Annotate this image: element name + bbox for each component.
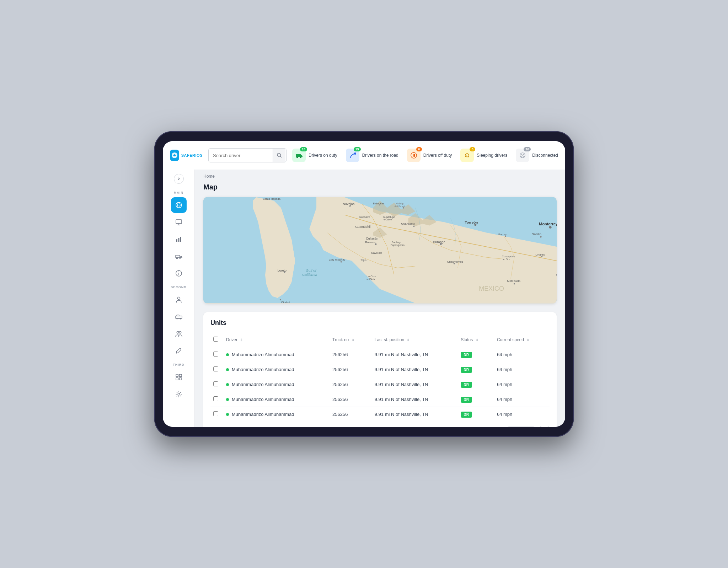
on-road-icon-container: 15 bbox=[346, 149, 359, 162]
sidebar-item-settings-tools[interactable] bbox=[171, 343, 187, 359]
pause-icon bbox=[410, 151, 418, 159]
van-icon bbox=[175, 313, 182, 320]
row-checkbox-3[interactable] bbox=[213, 396, 218, 401]
info-icon bbox=[175, 270, 182, 277]
driver-name-2: Muhammadrizo Alimuhammad bbox=[232, 382, 294, 387]
status-cell-1: DR bbox=[456, 362, 493, 377]
driver-cell-4: Muhammadrizo Alimuhammad bbox=[226, 412, 324, 417]
driver-name-0: Muhammadrizo Alimuhammad bbox=[232, 352, 294, 357]
svg-rect-15 bbox=[180, 237, 181, 242]
svg-rect-16 bbox=[176, 255, 180, 258]
status-pill-on-road[interactable]: 15 Drivers on the road bbox=[346, 149, 398, 162]
status-badge-3: DR bbox=[461, 397, 472, 403]
truck-no-1: 256256 bbox=[328, 362, 370, 377]
status-sort-icon[interactable]: ⇕ bbox=[476, 338, 478, 342]
search-button[interactable] bbox=[273, 148, 285, 162]
svg-text:Matehuala: Matehuala bbox=[507, 279, 521, 283]
disconnected-label: Disconnected bbox=[532, 153, 558, 158]
sidebar-item-config[interactable] bbox=[171, 386, 187, 402]
sidebar-item-map[interactable] bbox=[171, 197, 187, 213]
sidebar: MAIN bbox=[163, 170, 195, 427]
svg-text:Hidalgo: Hidalgo bbox=[396, 202, 405, 205]
speed-cell-0: 64 mph bbox=[493, 347, 550, 362]
sidebar-item-info[interactable] bbox=[171, 266, 187, 281]
sidebar-toggle[interactable] bbox=[174, 174, 184, 184]
status-pill-on-duty[interactable]: 15 Drivers on duty bbox=[292, 149, 337, 162]
status-pill-off-duty[interactable]: 0 Drivers off duty bbox=[407, 149, 452, 162]
sleeping-icon-container: z z 0 bbox=[460, 149, 474, 162]
status-cell-3: DR bbox=[456, 392, 493, 407]
status-pill-disconnected[interactable]: 20 Disconnected bbox=[516, 149, 558, 162]
truck-side-icon bbox=[175, 253, 182, 260]
sidebar-item-groups[interactable] bbox=[171, 326, 187, 342]
svg-text:Concepcion: Concepcion bbox=[502, 255, 515, 258]
driver-sort-icon[interactable]: ⇕ bbox=[240, 338, 243, 342]
svg-point-27 bbox=[179, 331, 181, 333]
status-pill-sleeping[interactable]: z z 0 Sleeping drivers bbox=[460, 149, 507, 162]
off-duty-label: Drivers off duty bbox=[423, 153, 452, 158]
last-position-1: 9.91 mi N of Nashville, TN bbox=[370, 362, 456, 377]
svg-point-3 bbox=[296, 157, 298, 158]
table-footer: All 6515 10 count bbox=[210, 422, 550, 427]
sidebar-item-vehicles[interactable] bbox=[171, 248, 187, 264]
sidebar-item-drivers[interactable] bbox=[171, 292, 187, 307]
row-checkbox-4[interactable] bbox=[213, 411, 218, 416]
tablet-frame: SAFERIOS bbox=[154, 131, 574, 437]
driver-dot-3 bbox=[226, 398, 229, 401]
row-checkbox-2[interactable] bbox=[213, 381, 218, 386]
position-sort-icon[interactable]: ⇕ bbox=[407, 338, 410, 342]
truck-sort-icon[interactable]: ⇕ bbox=[352, 338, 354, 342]
status-badge-0: DR bbox=[461, 352, 472, 358]
count-select[interactable]: 10 count bbox=[507, 427, 535, 427]
logo-area: SAFERIOS bbox=[170, 150, 203, 161]
truck-no-4: 256256 bbox=[328, 407, 370, 422]
svg-text:Saltillo: Saltillo bbox=[532, 232, 541, 236]
svg-point-42 bbox=[349, 205, 351, 207]
svg-point-26 bbox=[177, 331, 179, 333]
speed-cell-3: 64 mph bbox=[493, 392, 550, 407]
svg-point-32 bbox=[178, 393, 180, 395]
svg-text:y Calvo: y Calvo bbox=[384, 219, 392, 221]
logo-icon bbox=[170, 150, 179, 161]
svg-point-74 bbox=[549, 226, 552, 229]
svg-text:Los Mochis: Los Mochis bbox=[329, 258, 345, 262]
disconnected-icon-container: 20 bbox=[516, 149, 529, 162]
speed-sort-icon[interactable]: ⇕ bbox=[526, 338, 529, 342]
svg-text:Loreto: Loreto bbox=[278, 269, 287, 272]
row-checkbox-1[interactable] bbox=[213, 366, 218, 371]
sidebar-item-chart[interactable] bbox=[171, 231, 187, 247]
svg-text:Batopilas: Batopilas bbox=[373, 202, 385, 205]
sidebar-third-label: THIRD bbox=[173, 363, 184, 366]
svg-point-20 bbox=[178, 272, 179, 272]
sidebar-item-monitor[interactable] bbox=[171, 214, 187, 230]
sidebar-item-fleet[interactable] bbox=[171, 309, 187, 325]
svg-point-82 bbox=[514, 283, 515, 284]
row-checkbox-0[interactable] bbox=[213, 352, 218, 357]
chart-icon bbox=[175, 236, 182, 243]
on-duty-icon-container: 15 bbox=[292, 149, 306, 162]
driver-dot-0 bbox=[226, 353, 229, 356]
svg-text:del Oro: del Oro bbox=[502, 258, 510, 261]
off-duty-icon-container: 0 bbox=[407, 149, 421, 162]
col-status: Status ⇕ bbox=[456, 332, 493, 347]
on-road-label: Drivers on the road bbox=[362, 153, 398, 158]
svg-point-35 bbox=[341, 261, 342, 263]
off-duty-badge: 0 bbox=[416, 147, 422, 151]
svg-text:de Elota: de Elota bbox=[366, 278, 375, 280]
sidebar-item-modules[interactable] bbox=[171, 369, 187, 385]
on-road-badge: 15 bbox=[354, 147, 361, 151]
speed-cell-1: 64 mph bbox=[493, 362, 550, 377]
next-page-button[interactable] bbox=[540, 426, 550, 427]
svg-text:Monterrey: Monterrey bbox=[539, 222, 557, 226]
route-icon bbox=[349, 151, 357, 159]
search-input[interactable] bbox=[209, 153, 273, 158]
map-container[interactable]: Los Mochis Loreto La Paz Santa Rosalía N… bbox=[203, 197, 557, 304]
svg-rect-28 bbox=[176, 374, 178, 377]
disconnect-icon bbox=[519, 151, 526, 159]
svg-text:Topia: Topia bbox=[360, 259, 366, 262]
on-duty-badge: 15 bbox=[300, 147, 307, 151]
svg-rect-8 bbox=[414, 154, 415, 157]
svg-text:Culiacán: Culiacán bbox=[366, 237, 378, 240]
select-all-checkbox[interactable] bbox=[213, 337, 218, 342]
status-cell-0: DR bbox=[456, 347, 493, 362]
